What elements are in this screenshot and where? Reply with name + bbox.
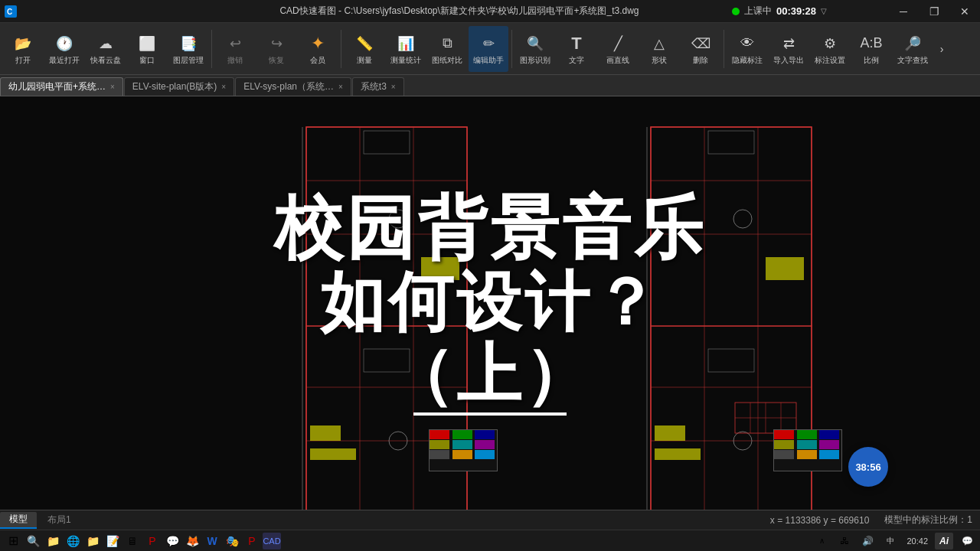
mark-settings-icon: ⚙ xyxy=(819,33,841,54)
toolbar: 📂 打开 🕐 最近打开 ☁ 快看云盘 ⬜ 窗口 📑 图层管理 ↩ 撤销 ↪ 恢复… xyxy=(0,23,980,75)
legend-right xyxy=(773,429,842,471)
tool-text-search[interactable]: 🔎 文字查找 xyxy=(893,26,933,72)
notification-button[interactable]: 💬 xyxy=(958,533,976,549)
scale-info: 模型中的标注比例：1 xyxy=(884,514,972,527)
model-tab-bar: 模型 布局1 x = 1133386 y = 669610 模型中的标注比例：1 xyxy=(0,510,980,530)
tab-1-label: 幼儿园弱电平面+系统… xyxy=(8,80,106,93)
tab-3-close[interactable]: × xyxy=(338,83,343,91)
tool-recent[interactable]: 🕐 最近打开 xyxy=(44,26,84,72)
tool-measure-stat[interactable]: 📊 测量统计 xyxy=(386,26,426,72)
tool-text-label: 文字 xyxy=(569,56,584,65)
measure-icon: 📏 xyxy=(354,33,375,54)
tab-2-label: ELV-site-plan(B版本) xyxy=(132,80,217,93)
tool-vip[interactable]: ✦ 会员 xyxy=(298,26,338,72)
tool-hide-mark-label: 隐藏标注 xyxy=(732,56,763,65)
tab-3[interactable]: ELV-sys-plan（系统… × xyxy=(235,77,351,96)
tool-edit-assist[interactable]: ✏ 编辑助手 xyxy=(469,26,508,72)
maximize-button[interactable]: ❐ xyxy=(919,0,949,23)
tool-undo-label: 撤销 xyxy=(227,56,243,65)
task3-button[interactable]: 🎭 xyxy=(223,533,241,549)
tray-input[interactable]: 中 xyxy=(881,533,900,549)
edge-button[interactable]: 🌐 xyxy=(64,533,82,549)
firefox-button[interactable]: 🦊 xyxy=(183,533,201,549)
recording-chevron[interactable]: ▽ xyxy=(821,7,827,15)
ratio-icon: A:B xyxy=(861,33,882,54)
tool-layers[interactable]: 📑 图层管理 xyxy=(168,26,208,72)
tool-hide-mark[interactable]: 👁 隐藏标注 xyxy=(727,26,767,72)
svg-text:C: C xyxy=(7,8,12,16)
tool-text-search-label: 文字查找 xyxy=(897,56,928,65)
tab-4-close[interactable]: × xyxy=(391,83,396,91)
window-controls: ─ ❐ ✕ xyxy=(888,0,980,23)
tool-measure-label: 测量 xyxy=(357,56,372,65)
tool-erase[interactable]: ⌫ 删除 xyxy=(681,26,720,72)
minimize-button[interactable]: ─ xyxy=(888,0,919,23)
ppt-button[interactable]: P xyxy=(143,533,162,549)
system-time[interactable]: 20:42 xyxy=(903,536,931,546)
tab-4[interactable]: 系统t3 × xyxy=(352,77,404,96)
tool-ratio[interactable]: A:B 比例 xyxy=(851,26,891,72)
toolbar-separator-4 xyxy=(724,30,724,68)
tool-recent-label: 最近打开 xyxy=(49,56,80,65)
recording-time: 00:39:28 xyxy=(776,5,816,17)
close-button[interactable]: ✕ xyxy=(949,0,980,23)
tab-4-label: 系统t3 xyxy=(361,80,387,93)
app-icon: C xyxy=(3,4,18,19)
notepad-button[interactable]: 📝 xyxy=(103,533,122,549)
model-tab[interactable]: 模型 xyxy=(0,512,37,529)
tray-volume[interactable]: 🔊 xyxy=(858,533,877,549)
tool-undo[interactable]: ↩ 撤销 xyxy=(215,26,255,72)
timer-bubble: 38:56 xyxy=(848,447,888,487)
tab-1-close[interactable]: × xyxy=(110,83,115,91)
tool-shape-recog[interactable]: 🔍 图形识别 xyxy=(515,26,555,72)
search-button[interactable]: 🔍 xyxy=(24,533,42,549)
wechat-button[interactable]: 💬 xyxy=(163,533,181,549)
svg-rect-16 xyxy=(364,131,410,154)
timer-value: 38:56 xyxy=(855,461,880,473)
cad-button[interactable]: CAD xyxy=(263,533,281,549)
title-bar: C CAD快速看图 - C:\Users\jyfas\Desktop\新建文件夹… xyxy=(0,0,980,23)
system-tray: ∧ 🖧 🔊 中 20:42 Ai 💬 xyxy=(812,533,977,549)
model-tab-label: 模型 xyxy=(9,513,28,526)
tool-shape[interactable]: △ 形状 xyxy=(639,26,679,72)
tool-vip-label: 会员 xyxy=(310,56,325,65)
hide-mark-icon: 👁 xyxy=(737,33,758,54)
shape-icon: △ xyxy=(648,33,670,54)
canvas-area[interactable]: 校园背景音乐 如何设计？ （上） 38:56 xyxy=(0,96,980,510)
tool-open[interactable]: 📂 打开 xyxy=(3,26,43,72)
tool-redo[interactable]: ↪ 恢复 xyxy=(256,26,296,72)
tool-import-export[interactable]: ⇄ 导入导出 xyxy=(769,26,808,72)
ai-label[interactable]: Ai xyxy=(935,533,953,549)
start-button[interactable]: ⊞ xyxy=(4,533,22,549)
tab-1[interactable]: 幼儿园弱电平面+系统… × xyxy=(0,77,123,96)
tool-window-label: 窗口 xyxy=(139,56,155,65)
word-button[interactable]: W xyxy=(203,533,221,549)
ppt2-button[interactable]: P xyxy=(243,533,261,549)
tool-redo-label: 恢复 xyxy=(269,56,284,65)
svg-rect-33 xyxy=(655,425,685,441)
tool-measure[interactable]: 📏 测量 xyxy=(345,26,384,72)
toolbar-separator-1 xyxy=(211,30,212,68)
task2-button[interactable]: 🖥 xyxy=(123,533,142,549)
layout1-tab[interactable]: 布局1 xyxy=(38,512,80,529)
tool-text[interactable]: T 文字 xyxy=(557,26,596,72)
taskview-button[interactable]: 📁 xyxy=(44,533,62,549)
tab-2-close[interactable]: × xyxy=(221,83,226,91)
tab-2[interactable]: ELV-site-plan(B版本) × xyxy=(124,77,234,96)
tray-network[interactable]: 🖧 xyxy=(835,533,854,549)
tool-mark-settings[interactable]: ⚙ 标注设置 xyxy=(810,26,850,72)
erase-icon: ⌫ xyxy=(690,33,711,54)
tool-window[interactable]: ⬜ 窗口 xyxy=(127,26,167,72)
tool-line[interactable]: ╱ 画直线 xyxy=(598,26,638,72)
tool-compare[interactable]: ⧉ 图纸对比 xyxy=(427,26,467,72)
svg-rect-36 xyxy=(708,131,754,154)
tool-shape-recog-label: 图形识别 xyxy=(520,56,550,65)
tool-more[interactable]: › xyxy=(934,26,949,72)
tool-measure-stat-label: 测量统计 xyxy=(390,56,421,65)
text-search-icon: 🔎 xyxy=(902,33,923,54)
tray-up-arrow[interactable]: ∧ xyxy=(812,533,831,549)
svg-rect-34 xyxy=(655,448,701,460)
tool-cloud-label: 快看云盘 xyxy=(90,56,121,65)
tool-cloud[interactable]: ☁ 快看云盘 xyxy=(86,26,126,72)
explorer-button[interactable]: 📁 xyxy=(83,533,102,549)
